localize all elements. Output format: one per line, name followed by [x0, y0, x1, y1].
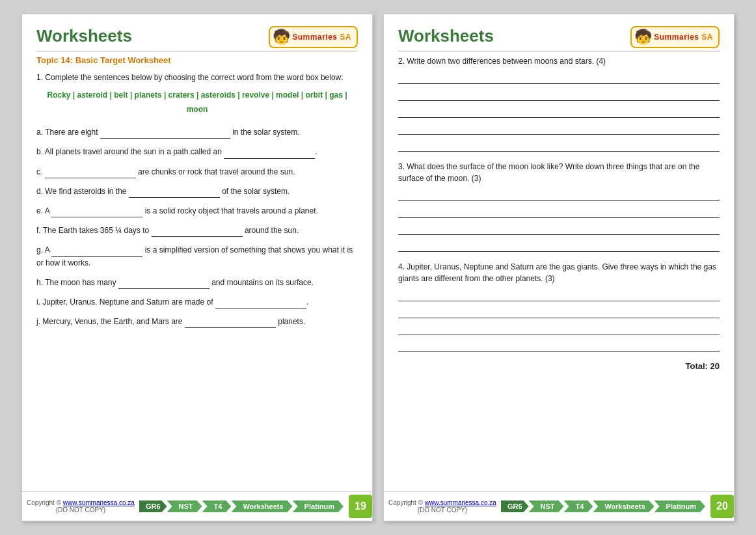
page-1-footer-bar: GR6 NST T4 Worksheets Platinum 19 [139, 492, 372, 521]
q4-line-4[interactable] [398, 340, 720, 352]
q3-line-3[interactable] [398, 223, 720, 235]
question-2-block: 2. Write down two differences between mo… [398, 55, 720, 152]
q4-line-1[interactable] [398, 290, 720, 301]
page-number-1: 19 [349, 495, 372, 518]
q3-line-1[interactable] [398, 189, 720, 201]
page-2-header: Worksheets 🧒 Summaries SA [398, 26, 720, 48]
total-label: Total: 20 [398, 361, 720, 371]
q2-label: 2. Write down two differences between mo… [398, 55, 720, 67]
copyright-link-2[interactable]: www.summariessa.co.za [425, 499, 496, 506]
page-2-logo: 🧒 Summaries SA [630, 26, 720, 48]
pages-container: Worksheets 🧒 Summaries SA Topic 14: Basi… [21, 14, 735, 521]
fill-item-c: c. are chunks or rock that travel around… [36, 165, 358, 178]
footer-tag-worksheets-1: Worksheets [231, 501, 292, 512]
page-1-content: Worksheets 🧒 Summaries SA Topic 14: Basi… [22, 14, 372, 491]
footer-tag-platinum-2: Platinum [655, 501, 705, 512]
fill-item-d: d. We find asteroids in the of the solar… [36, 185, 358, 198]
page-1-logo: 🧒 Summaries SA [269, 26, 358, 48]
label-i: i. Jupiter, Uranus, Neptune and Saturn a… [36, 297, 308, 307]
footer-tag-gr6-2: GR6 [501, 501, 529, 512]
blank-h[interactable] [118, 276, 209, 289]
question-4-block: 4. Jupiter, Uranus, Neptune and Saturn a… [398, 261, 720, 352]
fill-item-h: h. The moon has many and mountains on it… [36, 276, 358, 289]
blank-b[interactable] [224, 145, 315, 158]
header-divider [36, 51, 358, 51]
q3-line-2[interactable] [398, 206, 720, 218]
footer-tag-platinum-1: Platinum [293, 501, 344, 512]
page-1-copyright: Copyright © www.summariessa.co.za (DO NO… [22, 499, 139, 514]
q4-line-3[interactable] [398, 323, 720, 335]
label-f: f. The Earth takes 365 ¼ days to around … [36, 226, 299, 235]
footer-tag-worksheets-2: Worksheets [593, 501, 654, 512]
question-3-block: 3. What does the surface of the moon loo… [398, 161, 720, 252]
label-g: g. A is a simplified version of somethin… [36, 245, 353, 267]
topic-title: Topic 14: Basic Target Worksheet [36, 55, 358, 65]
page-1-title: Worksheets [36, 26, 132, 46]
logo-text-2: Summaries SA [654, 33, 713, 42]
q3-label: 3. What does the surface of the moon loo… [398, 161, 720, 184]
label-a: a. There are eight in the solar system. [36, 128, 300, 137]
blank-g[interactable] [51, 243, 142, 256]
page-2-content: Worksheets 🧒 Summaries SA 2. Write down … [384, 14, 734, 491]
logo-text: Summaries SA [292, 33, 351, 42]
footer-tag-nst-1: NST [167, 501, 202, 512]
page-2-copyright: Copyright © www.summariessa.co.za (DO NO… [384, 499, 501, 514]
header-divider-2 [398, 51, 720, 51]
q2-line-3[interactable] [398, 106, 720, 118]
page-number-2: 20 [710, 495, 734, 518]
fill-item-i: i. Jupiter, Uranus, Neptune and Saturn a… [36, 295, 358, 309]
label-j: j. Mercury, Venus, the Earth, and Mars a… [36, 317, 305, 326]
logo-icon: 🧒 [273, 29, 290, 46]
label-h: h. The moon has many and mountains on it… [36, 278, 314, 287]
q4-line-2[interactable] [398, 307, 720, 318]
page-2: Worksheets 🧒 Summaries SA 2. Write down … [383, 14, 735, 521]
footer-tags-2: GR6 NST T4 Worksheets Platinum [501, 501, 705, 512]
label-b: b. All planets travel around the sun in … [36, 147, 317, 156]
q2-line-5[interactable] [398, 140, 720, 152]
q4-label: 4. Jupiter, Uranus, Neptune and Saturn a… [398, 261, 720, 284]
page-1-header: Worksheets 🧒 Summaries SA [36, 26, 358, 48]
blank-c[interactable] [45, 165, 136, 178]
fill-item-e: e. A is a solid rocky object that travel… [36, 204, 358, 217]
q3-line-4[interactable] [398, 240, 720, 252]
footer-tags-1: GR6 NST T4 Worksheets Platinum [139, 501, 344, 512]
fill-blank-section: a. There are eight in the solar system. … [36, 126, 358, 328]
label-c: c. are chunks or rock that travel around… [36, 167, 295, 176]
blank-j[interactable] [185, 315, 276, 328]
page-2-title: Worksheets [398, 26, 494, 46]
fill-item-g: g. A is a simplified version of somethin… [36, 243, 358, 269]
footer-tag-t4-1: T4 [202, 501, 232, 512]
blank-a[interactable] [100, 126, 230, 139]
blank-d[interactable] [129, 185, 220, 198]
q2-line-4[interactable] [398, 123, 720, 135]
page-1: Worksheets 🧒 Summaries SA Topic 14: Basi… [21, 14, 373, 521]
footer-tag-gr6-1: GR6 [139, 501, 167, 512]
footer-tag-nst-2: NST [529, 501, 564, 512]
page-2-footer: Copyright © www.summariessa.co.za (DO NO… [384, 491, 734, 521]
blank-f[interactable] [152, 224, 243, 237]
blank-i[interactable] [215, 295, 306, 309]
fill-item-f: f. The Earth takes 365 ¼ days to around … [36, 224, 358, 237]
copyright-link-1[interactable]: www.summariessa.co.za [63, 499, 135, 506]
label-e: e. A is a solid rocky object that travel… [36, 206, 318, 215]
word-box: Rocky | asteroid | belt | planets | crat… [36, 89, 358, 117]
logo-icon-2: 🧒 [634, 29, 652, 46]
label-d: d. We find asteroids in the of the solar… [36, 187, 290, 196]
fill-item-b: b. All planets travel around the sun in … [36, 145, 358, 158]
fill-item-j: j. Mercury, Venus, the Earth, and Mars a… [36, 315, 358, 328]
blank-e[interactable] [51, 204, 142, 217]
page-2-footer-bar: GR6 NST T4 Worksheets Platinum 20 [501, 492, 734, 521]
footer-tag-t4-2: T4 [564, 501, 593, 512]
q2-line-1[interactable] [398, 72, 720, 84]
q2-line-2[interactable] [398, 89, 720, 101]
q1-intro: 1. Complete the sentences below by choos… [36, 72, 358, 83]
fill-item-a: a. There are eight in the solar system. [36, 126, 358, 139]
page-1-footer: Copyright © www.summariessa.co.za (DO NO… [22, 491, 372, 521]
